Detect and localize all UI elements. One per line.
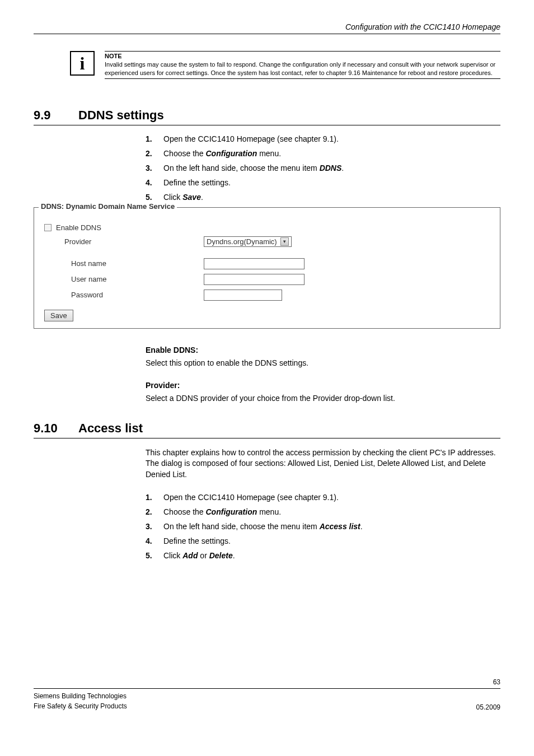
step-text: Define the settings.: [163, 536, 500, 545]
step-row: 1. Open the CCIC1410 Homepage (see chapt…: [146, 134, 500, 143]
chevron-down-icon: ▼: [280, 237, 289, 246]
step-text: Click Save.: [163, 193, 500, 202]
step-row: 2. Choose the Configuration menu.: [146, 149, 500, 158]
section-divider: [34, 438, 500, 438]
note-body: Invalid settings may cause the system to…: [105, 60, 500, 77]
page-header-title: Configuration with the CCIC1410 Homepage: [34, 22, 500, 31]
step-text: Choose the Configuration menu.: [163, 507, 500, 516]
step-number: 1.: [146, 134, 163, 143]
footer-division: Fire Safety & Security Products: [34, 701, 127, 711]
provider-select[interactable]: Dyndns.org(Dynamic) ▼: [204, 236, 292, 247]
subsection-heading: Provider:: [146, 381, 500, 390]
enable-ddns-label: Enable DDNS: [56, 223, 101, 232]
step-number: 3.: [146, 164, 163, 172]
subsection-heading: Enable DDNS:: [146, 346, 500, 354]
section-ddns: 9.9 DDNS settings 1. Open the CCIC1410 H…: [34, 108, 500, 404]
username-input[interactable]: [204, 274, 305, 285]
note-block: i NOTE Invalid settings may cause the sy…: [70, 51, 500, 80]
fieldset-legend: DDNS: Dynamic Domain Name Service: [39, 202, 177, 211]
page-number: 63: [34, 678, 500, 686]
step-number: 1.: [146, 493, 163, 502]
provider-value: Dyndns.org(Dynamic): [207, 237, 277, 246]
subsection-body: Select this option to enable the DDNS se…: [146, 358, 500, 369]
step-row: 5. Click Add or Delete.: [146, 551, 500, 560]
enable-ddns-checkbox[interactable]: [44, 224, 51, 231]
step-text: Open the CCIC1410 Homepage (see chapter …: [163, 493, 500, 502]
save-button[interactable]: Save: [44, 310, 73, 321]
footer-date: 05.2009: [476, 703, 500, 711]
info-icon: i: [70, 51, 95, 76]
step-text: Choose the Configuration menu.: [163, 149, 500, 158]
step-number: 4.: [146, 178, 163, 187]
footer-divider: [34, 688, 500, 689]
note-bottom-rule: [105, 78, 500, 79]
step-number: 5.: [146, 193, 163, 202]
section-heading: DDNS settings: [78, 108, 164, 123]
ddns-fieldset: DDNS: Dynamic Domain Name Service Enable…: [34, 207, 500, 329]
step-text: Click Add or Delete.: [163, 551, 500, 560]
section-number: 9.9: [34, 108, 78, 123]
page-footer: 63 Siemens Building Technologies Fire Sa…: [34, 678, 500, 711]
note-title: NOTE: [105, 53, 500, 59]
header-divider: [34, 34, 500, 34]
step-number: 5.: [146, 551, 163, 560]
step-text: Open the CCIC1410 Homepage (see chapter …: [163, 134, 500, 143]
step-number: 2.: [146, 149, 163, 158]
step-row: 5. Click Save.: [146, 193, 500, 202]
step-number: 2.: [146, 507, 163, 516]
step-row: 3. On the left hand side, choose the men…: [146, 522, 500, 531]
note-top-rule: [105, 51, 500, 52]
step-number: 4.: [146, 536, 163, 545]
step-row: 4. Define the settings.: [146, 536, 500, 545]
subsection-body: Select a DDNS provider of your choice fr…: [146, 393, 500, 404]
step-row: 3. On the left hand side, choose the men…: [146, 164, 500, 172]
footer-company: Siemens Building Technologies: [34, 691, 127, 701]
step-row: 1. Open the CCIC1410 Homepage (see chapt…: [146, 493, 500, 502]
section-intro: This chapter explains how to control the…: [146, 447, 500, 480]
step-number: 3.: [146, 522, 163, 531]
section-divider: [34, 125, 500, 125]
hostname-input[interactable]: [204, 258, 305, 269]
step-text: On the left hand side, choose the menu i…: [163, 164, 500, 172]
section-heading: Access list: [78, 421, 143, 436]
step-text: Define the settings.: [163, 178, 500, 187]
password-label: Password: [44, 291, 204, 299]
section-number: 9.10: [34, 421, 78, 436]
username-label: User name: [44, 275, 204, 283]
step-text: On the left hand side, choose the menu i…: [163, 522, 500, 531]
step-row: 2. Choose the Configuration menu.: [146, 507, 500, 516]
section-access-list: 9.10 Access list This chapter explains h…: [34, 421, 500, 560]
step-row: 4. Define the settings.: [146, 178, 500, 187]
hostname-label: Host name: [44, 259, 204, 268]
provider-label: Provider: [44, 237, 204, 246]
password-input[interactable]: [204, 290, 282, 301]
